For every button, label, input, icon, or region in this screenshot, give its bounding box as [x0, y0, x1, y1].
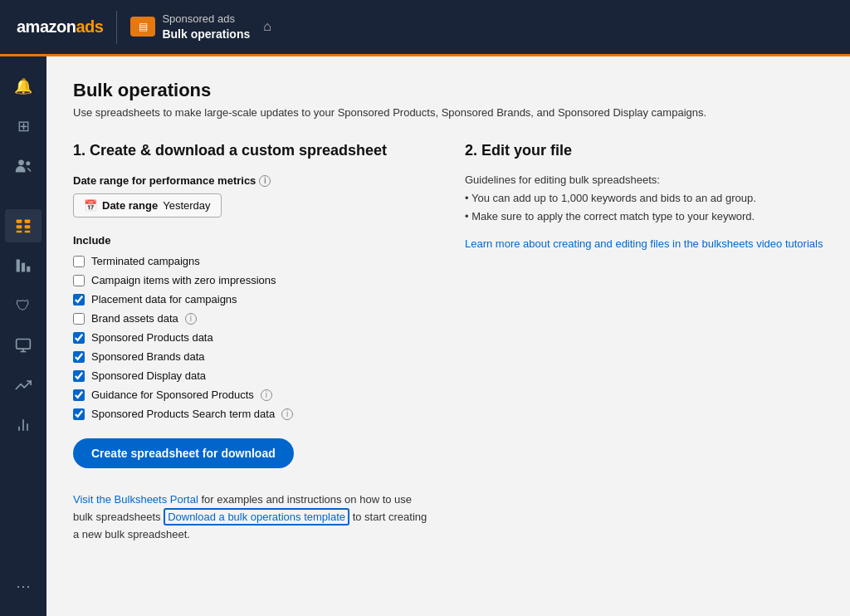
checkbox-sponsored-products[interactable]: Sponsored Products data	[73, 331, 432, 344]
checkbox-sponsored-brands-input[interactable]	[73, 351, 85, 363]
sidebar-item-bulk[interactable]	[5, 209, 42, 242]
sidebar-item-more[interactable]: ⋯	[5, 570, 42, 603]
checkbox-guidance[interactable]: Guidance for Sponsored Products i	[73, 389, 432, 401]
page-subtitle: Use spreadsheets to make large-scale upd…	[73, 106, 823, 119]
section2-title: 2. Edit your file	[465, 142, 823, 159]
checkbox-search-term-input[interactable]	[73, 408, 85, 420]
section1-title: 1. Create & download a custom spreadshee…	[73, 142, 432, 159]
nav-divider	[116, 11, 117, 44]
svg-rect-3	[25, 220, 31, 223]
content-grid: 1. Create & download a custom spreadshee…	[73, 142, 823, 543]
sidebar-item-shield[interactable]: 🛡	[5, 289, 42, 322]
main-layout: 🔔 ⊞ 🛡 ⋯ Bulk operations Use spreadsheets…	[0, 56, 850, 616]
checkbox-brand-assets-input[interactable]	[73, 313, 85, 325]
checkbox-sponsored-display[interactable]: Sponsored Display data	[73, 369, 432, 382]
topnav: amazonads ▤ Sponsored ads Bulk operation…	[0, 0, 850, 56]
svg-rect-2	[17, 220, 22, 223]
svg-rect-9	[22, 263, 25, 272]
nav-breadcrumb-text: Sponsored ads Bulk operations	[162, 12, 250, 42]
checkbox-zero-impressions-input[interactable]	[73, 275, 85, 286]
checkbox-list: Terminated campaigns Campaign items with…	[73, 255, 432, 420]
download-template-link[interactable]: Download a bulk operations template	[164, 508, 349, 526]
checkbox-sponsored-products-input[interactable]	[73, 332, 85, 344]
calendar-icon: 📅	[84, 199, 97, 212]
sidebar-item-users[interactable]	[5, 149, 42, 183]
svg-rect-8	[17, 260, 20, 272]
sidebar-item-trends[interactable]	[5, 369, 42, 402]
sidebar-item-analytics[interactable]	[5, 249, 42, 282]
sidebar-item-bell[interactable]: 🔔	[5, 70, 42, 103]
logo-area: amazonads	[17, 17, 103, 37]
svg-point-1	[26, 161, 30, 165]
nav-breadcrumb: ▤ Sponsored ads Bulk operations ⌂	[130, 12, 271, 42]
svg-rect-7	[25, 231, 31, 233]
svg-rect-6	[17, 231, 22, 233]
brand-assets-info-icon[interactable]: i	[185, 313, 197, 325]
learn-more-link[interactable]: Learn more about creating and editing fi…	[465, 237, 823, 250]
edit-guidelines: Guidelines for editing bulk spreadsheets…	[465, 171, 823, 226]
checkbox-sponsored-display-input[interactable]	[73, 370, 85, 382]
checkbox-placement-input[interactable]	[73, 294, 85, 306]
sidebar-item-grid[interactable]: ⊞	[5, 110, 42, 143]
svg-point-0	[18, 160, 24, 166]
bottom-text: Visit the Bulksheets Portal for examples…	[73, 491, 432, 543]
svg-rect-4	[17, 225, 22, 228]
date-range-label: Date range for performance metrics i	[73, 174, 432, 187]
svg-rect-5	[25, 225, 31, 228]
checkbox-terminated[interactable]: Terminated campaigns	[73, 255, 432, 267]
svg-rect-10	[27, 266, 30, 272]
date-range-button[interactable]: 📅 Date range Yesterday	[73, 193, 222, 218]
sidebar-item-bar-chart[interactable]	[5, 408, 42, 442]
bulksheets-portal-link[interactable]: Visit the Bulksheets Portal	[73, 493, 198, 506]
checkbox-brand-assets[interactable]: Brand assets data i	[73, 312, 432, 325]
nav-bulk-icon: ▤	[130, 17, 155, 37]
checkbox-guidance-input[interactable]	[73, 389, 85, 401]
main-content: Bulk operations Use spreadsheets to make…	[46, 56, 850, 616]
checkbox-zero-impressions[interactable]: Campaign items with zero impressions	[73, 274, 432, 286]
svg-rect-11	[17, 340, 31, 350]
search-term-info-icon[interactable]: i	[281, 408, 293, 420]
left-section: 1. Create & download a custom spreadshee…	[73, 142, 432, 543]
guidance-info-icon[interactable]: i	[261, 389, 272, 401]
page-title: Bulk operations	[73, 80, 823, 101]
checkbox-terminated-input[interactable]	[73, 256, 85, 267]
checkbox-search-term[interactable]: Sponsored Products Search term data i	[73, 408, 432, 420]
include-label: Include	[73, 234, 432, 247]
home-icon[interactable]: ⌂	[263, 19, 271, 34]
date-range-info-icon[interactable]: i	[259, 175, 271, 187]
sidebar-item-monitor[interactable]	[5, 329, 42, 362]
right-section: 2. Edit your file Guidelines for editing…	[465, 142, 823, 543]
checkbox-placement[interactable]: Placement data for campaigns	[73, 293, 432, 306]
amazon-ads-logo: amazonads	[17, 17, 103, 37]
checkbox-sponsored-brands[interactable]: Sponsored Brands data	[73, 350, 432, 363]
sidebar: 🔔 ⊞ 🛡 ⋯	[0, 56, 46, 616]
create-spreadsheet-button[interactable]: Create spreadsheet for download	[73, 438, 294, 468]
